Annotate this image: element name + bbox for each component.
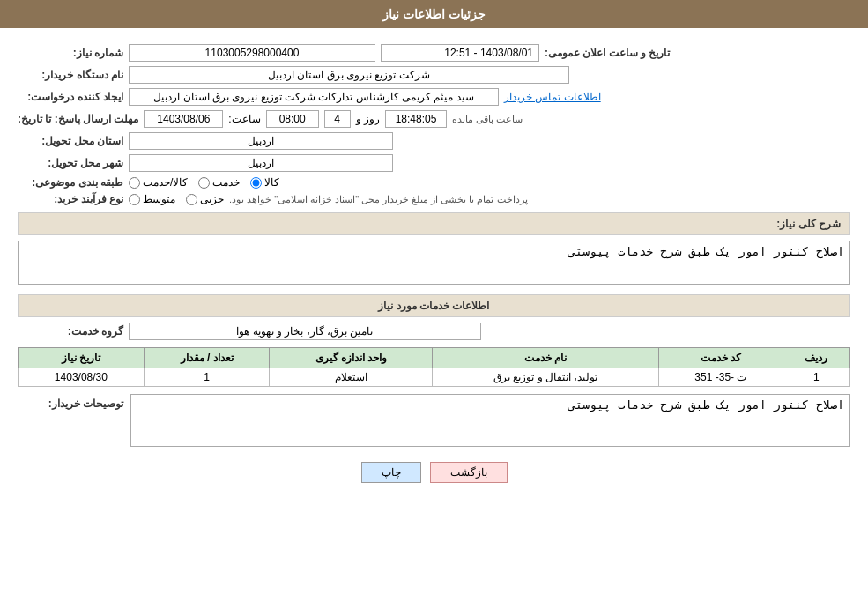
category-label: طبقه بندی موضوعی: — [18, 176, 123, 189]
table-cell-name: تولید، انتقال و توزیع برق — [433, 368, 659, 387]
contact-link[interactable]: اطلاعات تماس خریدار — [504, 91, 601, 103]
radio-goods-label: کالا — [264, 176, 279, 189]
need-number-value: 1103005298000400 — [129, 44, 375, 62]
print-button[interactable]: چاپ — [361, 462, 421, 483]
table-row: 1ت -35- 351تولید، انتقال و توزیع برقاستع… — [19, 368, 850, 387]
radio-goods-service-label: کالا/خدمت — [143, 176, 188, 189]
back-button[interactable]: بازگشت — [430, 462, 508, 483]
radio-goods[interactable]: کالا — [250, 176, 279, 189]
button-row: بازگشت چاپ — [18, 462, 850, 483]
buyer-label: نام دستگاه خریدار: — [18, 69, 123, 81]
page-header: جزئیات اطلاعات نیاز — [0, 0, 868, 28]
radio-service-label: خدمت — [212, 176, 240, 189]
category-radio-group: کالا/خدمت خدمت کالا — [129, 176, 279, 189]
col-row: ردیف — [783, 348, 849, 368]
services-table: ردیف کد خدمت نام خدمت واحد اندازه گیری ت… — [18, 347, 850, 387]
col-unit: واحد اندازه گیری — [270, 348, 433, 368]
buyer-notes-textarea[interactable]: اصلاح کنتور امور یک طبق شرح خدمات پیوستی — [130, 394, 850, 447]
announcement-value: 1403/08/01 - 12:51 — [381, 44, 539, 62]
col-date: تاریخ نیاز — [19, 348, 145, 368]
table-cell-date: 1403/08/30 — [19, 368, 145, 387]
purchase-type-radio-group: متوسط جزیی — [129, 193, 224, 205]
radio-medium-label: متوسط — [143, 193, 175, 205]
services-table-section: ردیف کد خدمت نام خدمت واحد اندازه گیری ت… — [18, 347, 850, 387]
city-label: شهر محل تحویل: — [18, 157, 123, 169]
radio-goods-input[interactable] — [250, 177, 262, 189]
col-name: نام خدمت — [433, 348, 659, 368]
city-value: اردبیل — [129, 154, 393, 172]
creator-label: ایجاد کننده درخواست: — [18, 91, 123, 103]
deadline-remaining-label: ساعت باقی مانده — [452, 114, 523, 125]
deadline-time: 08:00 — [266, 110, 319, 128]
province-label: استان محل تحویل: — [18, 135, 123, 147]
radio-partial-input[interactable] — [186, 194, 197, 205]
radio-medium-input[interactable] — [129, 194, 140, 205]
radio-service-input[interactable] — [198, 177, 210, 189]
radio-partial[interactable]: جزیی — [186, 193, 224, 205]
need-number-label: شماره نیاز: — [18, 47, 123, 59]
deadline-days-label: روز و — [356, 113, 380, 125]
radio-service[interactable]: خدمت — [198, 176, 240, 189]
radio-medium[interactable]: متوسط — [129, 193, 175, 205]
services-title: اطلاعات خدمات مورد نیاز — [18, 294, 850, 317]
description-title: شرح کلی نیاز: — [18, 212, 850, 235]
province-value: اردبیل — [129, 132, 393, 150]
col-code: کد خدمت — [659, 348, 783, 368]
creator-value: سید میثم کریمی کارشناس تدارکات شرکت توزی… — [129, 88, 499, 106]
service-group-value: تامین برق، گاز، بخار و تهویه هوا — [129, 323, 481, 340]
col-qty: تعداد / مقدار — [144, 348, 270, 368]
radio-goods-service-input[interactable] — [129, 177, 140, 189]
header-title: جزئیات اطلاعات نیاز — [382, 7, 486, 21]
description-textarea[interactable]: اصلاح کنتور امور یک طبق شرح خدمات پیوستی — [18, 241, 850, 285]
radio-goods-service[interactable]: کالا/خدمت — [129, 176, 188, 189]
deadline-date: 1403/08/06 — [144, 110, 223, 128]
deadline-time-label: ساعت: — [228, 113, 260, 125]
table-cell-unit: استعلام — [270, 368, 433, 387]
purchase-type-label: نوع فرآیند خرید: — [18, 193, 123, 205]
deadline-remaining: 18:48:05 — [385, 110, 447, 128]
table-cell-quantity: 1 — [144, 368, 270, 387]
deadline-days: 4 — [324, 110, 351, 128]
deadline-label: مهلت ارسال پاسخ: تا تاریخ: — [18, 113, 138, 125]
table-cell-row: 1 — [783, 368, 849, 387]
buyer-value: شرکت توزیع نیروی برق استان اردبیل — [129, 66, 569, 84]
announcement-label: تاریخ و ساعت اعلان عمومی: — [545, 47, 670, 59]
purchase-note: پرداخت تمام یا بخشی از مبلغ خریدار محل "… — [229, 194, 528, 205]
buyer-notes-label: توصیحات خریدار: — [18, 394, 123, 410]
table-cell-code: ت -35- 351 — [659, 368, 783, 387]
radio-partial-label: جزیی — [200, 193, 224, 205]
service-group-label: گروه خدمت: — [18, 325, 123, 338]
